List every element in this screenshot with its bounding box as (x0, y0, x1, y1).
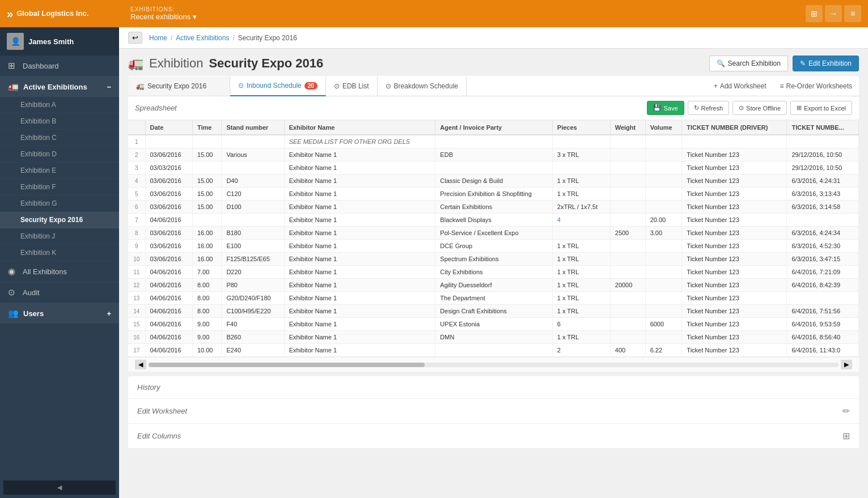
row-num: 3 (128, 161, 145, 174)
back-button[interactable]: ↩ (128, 32, 142, 44)
table-row[interactable]: 1504/06/20169.00F40Exhibitor Name 1UPEX … (128, 318, 859, 331)
scroll-left-button[interactable]: ◀ (135, 360, 146, 369)
table-row[interactable]: 803/06/201616.00B180Exhibitor Name 1Pol-… (128, 227, 859, 240)
navigate-button[interactable]: → (825, 5, 842, 22)
tab-inbound-schedule[interactable]: ⊙ Inbound Schedule 20 (230, 76, 326, 96)
table-row[interactable]: 1SEE MEDIA LIST FOR OTHER ORG DELS (128, 135, 859, 148)
header-actions: ⊞ → ≡ (806, 5, 861, 22)
row-num: 14 (128, 305, 145, 318)
header-nav-dropdown[interactable]: Recent exhibitions ▾ (130, 12, 806, 21)
header-nav-label: EXHIBITIONS: (130, 6, 806, 12)
edit-exhibition-button[interactable]: ✎ Edit Exhibition (793, 56, 859, 71)
row-ticket2: 6/4/2016, 11:43:0 (787, 344, 859, 357)
sidebar-item-exhibition-f[interactable]: Exhibition F (0, 179, 119, 195)
store-offline-button[interactable]: ⊙ Store Offline (732, 101, 787, 115)
edit-worksheet-label: Edit Worksheet (137, 407, 187, 415)
breadcrumb-sep-1: / (171, 34, 172, 42)
table-row[interactable]: 1704/06/201610.00E240Exhibitor Name 1240… (128, 344, 859, 357)
table-row[interactable]: 503/06/201615.00C120Exhibitor Name 1Prec… (128, 188, 859, 201)
table-row[interactable]: 704/06/2016Exhibitor Name 1Blackwell Dis… (128, 214, 859, 227)
export-button[interactable]: ⊞ Export to Excel (790, 101, 852, 115)
reorder-worksheets-button[interactable]: ≡ Re-Order Worksheets (773, 78, 859, 95)
sidebar-item-security-expo[interactable]: Security Expo 2016 (0, 212, 119, 228)
table-row[interactable]: 203/06/201615.00VariousExhibitor Name 1E… (128, 148, 859, 161)
sidebar-item-exhibition-e[interactable]: Exhibition E (0, 163, 119, 179)
table-row[interactable]: 1003/06/201616.00F125/B125/E65Exhibitor … (128, 253, 859, 266)
table-row[interactable]: 303/03/2016Exhibitor Name 1Ticket Number… (128, 161, 859, 174)
add-worksheet-button[interactable]: + Add Worksheet (707, 78, 773, 95)
sidebar-collapse-button[interactable]: ◀ (3, 480, 116, 495)
sidebar-item-exhibition-d[interactable]: Exhibition D (0, 146, 119, 163)
col-exhibitor: Exhibitor Name (284, 121, 435, 135)
sidebar-item-all-exhibitions[interactable]: ◉ All Exhibitons (0, 261, 119, 282)
edit-worksheet-section[interactable]: Edit Worksheet ✏ (128, 399, 859, 424)
add-icon: + (714, 82, 718, 90)
table-row[interactable]: 1304/06/20168.00G20/D240/F180Exhibitor N… (128, 292, 859, 305)
row-agent: Pol-Service / Excellent Expo (435, 227, 552, 240)
row-weight: 20000 (610, 279, 645, 292)
sidebar-item-users[interactable]: 👥 Users + (0, 303, 119, 324)
fullscreen-button[interactable]: ⊞ (806, 5, 823, 22)
row-exhibitor: Exhibitor Name 1 (284, 148, 435, 161)
sidebar-item-active-exhibitions[interactable]: 🚛 Active Exhibitions − (0, 76, 119, 97)
row-ticket2 (787, 292, 859, 305)
sidebar-item-exhibition-g[interactable]: Exhibition G (0, 195, 119, 212)
edit-columns-section[interactable]: Edit Columns ⊞ (128, 424, 859, 449)
sidebar-item-audit[interactable]: ⊙ Audit (0, 282, 119, 303)
row-agent: EDB (435, 148, 552, 161)
main-content: ↩ Home / Active Exhibitions / Security E… (119, 27, 868, 498)
tab-edb-list[interactable]: ⊙ EDB List (326, 76, 378, 96)
tab-breakdown-schedule[interactable]: ⊙ Breakdown Schedule (378, 76, 467, 96)
table-row[interactable]: 403/06/201615.00D40Exhibitor Name 1Class… (128, 174, 859, 188)
row-time: 16.00 (192, 253, 222, 266)
sidebar-item-exhibition-c[interactable]: Exhibition C (0, 130, 119, 146)
horizontal-scrollbar[interactable]: ◀ ▶ (128, 357, 859, 372)
row-date: 04/06/2016 (145, 305, 192, 318)
scroll-right-button[interactable]: ▶ (841, 360, 852, 369)
col-volume: Volume (645, 121, 682, 135)
refresh-button[interactable]: ↻ Refresh (688, 101, 730, 115)
row-ticket-driver: Ticket Number 123 (682, 344, 787, 357)
avatar: 👤 (7, 33, 24, 50)
table-wrapper[interactable]: Date Time Stand number Exhibitor Name Ag… (128, 120, 859, 357)
row-date: 03/06/2016 (145, 148, 192, 161)
sidebar-item-exhibition-k[interactable]: Exhibition K (0, 245, 119, 261)
row-weight (610, 318, 645, 331)
sidebar-item-exhibition-j[interactable]: Exhibition J (0, 228, 119, 245)
row-stand (222, 214, 284, 227)
table-row[interactable]: 603/06/201615.00D100Exhibitor Name 1Cert… (128, 201, 859, 214)
row-stand: B260 (222, 331, 284, 344)
row-weight (610, 174, 645, 188)
row-ticket-driver: Ticket Number 123 (682, 188, 787, 201)
sidebar-item-dashboard[interactable]: ⊞ Dashboard (0, 56, 119, 76)
row-stand: C100/H95/E220 (222, 305, 284, 318)
save-button[interactable]: 💾 Save (647, 101, 684, 115)
inbound-icon: ⊙ (238, 82, 244, 90)
table-row[interactable]: 1204/06/20168.00P80Exhibitor Name 1Agili… (128, 279, 859, 292)
sidebar-section-label: Users (23, 309, 102, 318)
row-agent (435, 344, 552, 357)
table-row[interactable]: 1604/06/20169.00B260Exhibitor Name 1DMN1… (128, 331, 859, 344)
breadcrumb-home[interactable]: Home (149, 34, 167, 42)
sidebar: 👤 James Smith ⊞ Dashboard 🚛 Active Exhib… (0, 27, 119, 498)
row-ticket-driver: Ticket Number 123 (682, 201, 787, 214)
sidebar-item-exhibition-a[interactable]: Exhibition A (0, 97, 119, 113)
search-exhibition-button[interactable]: 🔍 Search Exhibition (709, 56, 788, 71)
row-agent (435, 135, 552, 148)
row-volume: 6000 (645, 318, 682, 331)
row-ticket2: 6/3/2016, 4:24:31 (787, 174, 859, 188)
row-pieces (552, 161, 610, 174)
table-row[interactable]: 903/06/201616.00E100Exhibitor Name 1DCE … (128, 240, 859, 253)
row-num: 1 (128, 135, 145, 148)
sidebar-item-exhibition-b[interactable]: Exhibition B (0, 113, 119, 130)
row-weight (610, 266, 645, 279)
history-section[interactable]: History (128, 376, 859, 399)
menu-button[interactable]: ≡ (844, 5, 861, 22)
collapse-icon: − (107, 83, 111, 91)
row-ticket2 (787, 214, 859, 227)
table-row[interactable]: 1104/06/20167.00D220Exhibitor Name 1City… (128, 266, 859, 279)
table-row[interactable]: 1404/06/20168.00C100/H95/E220Exhibitor N… (128, 305, 859, 318)
row-date: 03/06/2016 (145, 201, 192, 214)
breadcrumb-active-exhibitions[interactable]: Active Exhibitions (176, 34, 229, 42)
row-pieces: 6 (552, 318, 610, 331)
